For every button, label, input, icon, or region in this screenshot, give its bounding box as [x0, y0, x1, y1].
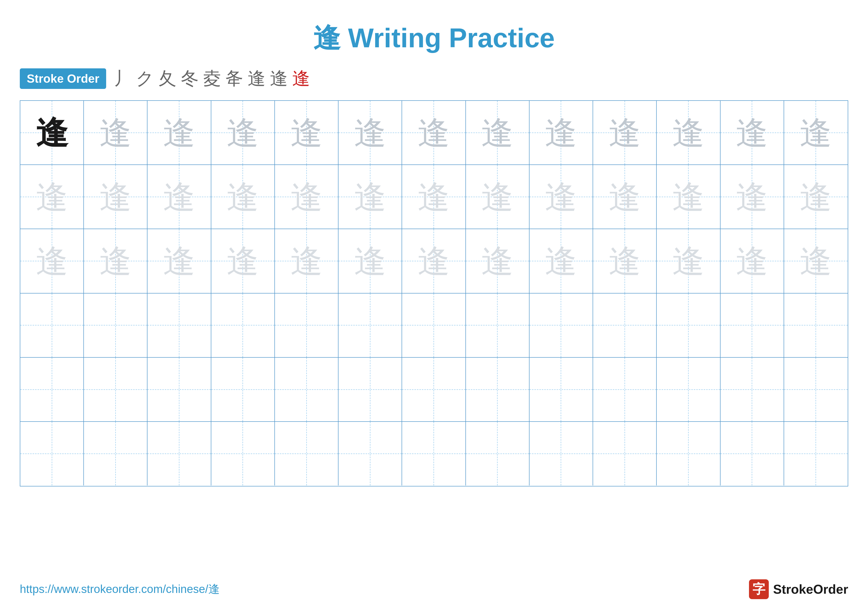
grid-cell-5-1[interactable] — [20, 358, 84, 421]
grid-cell-5-9[interactable] — [530, 358, 593, 421]
char-display: 逢 — [545, 117, 577, 149]
grid-cell-3-4[interactable]: 逢 — [211, 229, 275, 293]
grid-cell-4-2[interactable] — [84, 294, 147, 357]
grid-cell-4-13[interactable] — [784, 294, 848, 357]
logo-char: 字 — [752, 581, 765, 598]
grid-cell-4-11[interactable] — [657, 294, 720, 357]
footer-url[interactable]: https://www.strokeorder.com/chinese/逢 — [20, 581, 220, 597]
grid-cell-1-8[interactable]: 逢 — [466, 101, 530, 165]
grid-cell-6-12[interactable] — [721, 422, 784, 485]
grid-cell-4-3[interactable] — [147, 294, 211, 357]
grid-cell-2-5[interactable]: 逢 — [275, 165, 338, 229]
grid-cell-5-7[interactable] — [402, 358, 466, 421]
grid-cell-3-2[interactable]: 逢 — [84, 229, 147, 293]
grid-cell-2-1[interactable]: 逢 — [20, 165, 84, 229]
grid-cell-2-3[interactable]: 逢 — [147, 165, 211, 229]
grid-cell-1-4[interactable]: 逢 — [211, 101, 275, 165]
grid-cell-5-4[interactable] — [211, 358, 275, 421]
grid-cell-1-1[interactable]: 逢 — [20, 101, 84, 165]
grid-cell-2-12[interactable]: 逢 — [721, 165, 784, 229]
grid-cell-6-13[interactable] — [784, 422, 848, 485]
grid-cell-2-9[interactable]: 逢 — [530, 165, 593, 229]
grid-cell-2-7[interactable]: 逢 — [402, 165, 466, 229]
char-display: 逢 — [736, 117, 768, 149]
title-text: Writing Practice — [341, 23, 555, 53]
grid-cell-2-10[interactable]: 逢 — [593, 165, 657, 229]
stroke-5: 夌 — [203, 67, 221, 90]
grid-cell-3-5[interactable]: 逢 — [275, 229, 338, 293]
grid-cell-3-3[interactable]: 逢 — [147, 229, 211, 293]
grid-cell-3-10[interactable]: 逢 — [593, 229, 657, 293]
char-display: 逢 — [227, 245, 259, 277]
grid-cell-2-13[interactable]: 逢 — [784, 165, 848, 229]
grid-cell-5-2[interactable] — [84, 358, 147, 421]
grid-cell-6-9[interactable] — [530, 422, 593, 485]
grid-cell-6-7[interactable] — [402, 422, 466, 485]
grid-cell-6-11[interactable] — [657, 422, 720, 485]
char-display: 逢 — [227, 181, 259, 213]
char-display: 逢 — [290, 245, 322, 277]
grid-cell-6-1[interactable] — [20, 422, 84, 485]
char-display: 逢 — [545, 181, 577, 213]
grid-cell-2-8[interactable]: 逢 — [466, 165, 530, 229]
grid-cell-3-8[interactable]: 逢 — [466, 229, 530, 293]
grid-cell-1-13[interactable]: 逢 — [784, 101, 848, 165]
char-display: 逢 — [163, 181, 195, 213]
grid-cell-1-10[interactable]: 逢 — [593, 101, 657, 165]
grid-cell-4-12[interactable] — [721, 294, 784, 357]
grid-cell-6-2[interactable] — [84, 422, 147, 485]
grid-cell-3-1[interactable]: 逢 — [20, 229, 84, 293]
grid-cell-4-7[interactable] — [402, 294, 466, 357]
grid-cell-4-6[interactable] — [338, 294, 402, 357]
grid-cell-5-13[interactable] — [784, 358, 848, 421]
grid-cell-1-6[interactable]: 逢 — [338, 101, 402, 165]
grid-cell-5-5[interactable] — [275, 358, 338, 421]
grid-cell-2-6[interactable]: 逢 — [338, 165, 402, 229]
grid-cell-1-2[interactable]: 逢 — [84, 101, 147, 165]
char-display: 逢 — [36, 181, 68, 213]
grid-cell-3-6[interactable]: 逢 — [338, 229, 402, 293]
stroke-9: 逢 — [292, 67, 310, 90]
grid-cell-6-8[interactable] — [466, 422, 530, 485]
grid-cell-6-4[interactable] — [211, 422, 275, 485]
grid-cell-4-5[interactable] — [275, 294, 338, 357]
char-display: 逢 — [672, 117, 704, 149]
grid-cell-3-11[interactable]: 逢 — [657, 229, 720, 293]
grid-cell-5-8[interactable] — [466, 358, 530, 421]
grid-cell-5-12[interactable] — [721, 358, 784, 421]
writing-grid: 逢 逢 逢 逢 逢 逢 逢 逢 逢 逢 逢 逢 逢 逢 逢 逢 逢 逢 逢 逢 … — [20, 100, 848, 487]
grid-cell-5-6[interactable] — [338, 358, 402, 421]
grid-cell-2-11[interactable]: 逢 — [657, 165, 720, 229]
grid-cell-3-9[interactable]: 逢 — [530, 229, 593, 293]
grid-cell-4-10[interactable] — [593, 294, 657, 357]
grid-cell-2-2[interactable]: 逢 — [84, 165, 147, 229]
grid-cell-6-10[interactable] — [593, 422, 657, 485]
grid-cell-5-10[interactable] — [593, 358, 657, 421]
grid-cell-5-11[interactable] — [657, 358, 720, 421]
grid-cell-3-7[interactable]: 逢 — [402, 229, 466, 293]
grid-cell-4-4[interactable] — [211, 294, 275, 357]
grid-cell-1-12[interactable]: 逢 — [721, 101, 784, 165]
char-display: 逢 — [481, 181, 513, 213]
grid-cell-6-6[interactable] — [338, 422, 402, 485]
char-display: 逢 — [99, 117, 132, 149]
grid-cell-5-3[interactable] — [147, 358, 211, 421]
grid-cell-1-9[interactable]: 逢 — [530, 101, 593, 165]
title-char: 逢 — [313, 23, 341, 53]
grid-cell-3-13[interactable]: 逢 — [784, 229, 848, 293]
grid-row-2: 逢 逢 逢 逢 逢 逢 逢 逢 逢 逢 逢 逢 逢 — [20, 165, 848, 229]
char-display: 逢 — [36, 117, 68, 149]
grid-cell-1-11[interactable]: 逢 — [657, 101, 720, 165]
grid-cell-1-3[interactable]: 逢 — [147, 101, 211, 165]
grid-cell-4-9[interactable] — [530, 294, 593, 357]
grid-cell-4-1[interactable] — [20, 294, 84, 357]
grid-cell-6-5[interactable] — [275, 422, 338, 485]
grid-cell-1-5[interactable]: 逢 — [275, 101, 338, 165]
grid-cell-6-3[interactable] — [147, 422, 211, 485]
char-display: 逢 — [545, 245, 577, 277]
grid-cell-4-8[interactable] — [466, 294, 530, 357]
grid-cell-3-12[interactable]: 逢 — [721, 229, 784, 293]
grid-cell-2-4[interactable]: 逢 — [211, 165, 275, 229]
char-display: 逢 — [227, 117, 259, 149]
grid-cell-1-7[interactable]: 逢 — [402, 101, 466, 165]
